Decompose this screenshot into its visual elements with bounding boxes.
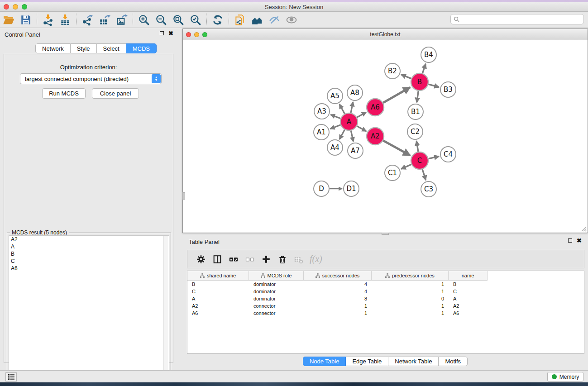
tab-node-table[interactable]: Node Table: [303, 357, 346, 366]
tab-network-table[interactable]: Network Table: [388, 357, 439, 366]
graph-node-C1[interactable]: C1: [385, 165, 400, 181]
graph-node-B4[interactable]: B4: [421, 47, 436, 62]
graph-edge-B-B1[interactable]: [417, 91, 418, 102]
close-panel-icon[interactable]: ✖: [577, 238, 582, 243]
search-field[interactable]: [450, 14, 584, 24]
table-cell[interactable]: connector: [249, 303, 304, 309]
divider-handle[interactable]: [182, 192, 185, 200]
zoom-in-button[interactable]: [135, 13, 153, 27]
graph-edge-A-A3[interactable]: [330, 114, 340, 118]
graph-node-B3[interactable]: B3: [440, 82, 456, 97]
show-column-button[interactable]: [209, 252, 225, 267]
search-input[interactable]: [459, 14, 583, 24]
graph-node-D[interactable]: D: [314, 181, 329, 196]
graph-node-A1[interactable]: A1: [314, 124, 329, 140]
scrollbar-track[interactable]: [163, 236, 168, 385]
graph-node-B[interactable]: B: [411, 73, 428, 91]
graph-node-A5[interactable]: A5: [327, 88, 343, 104]
table-row[interactable]: Bdominator41B: [187, 281, 584, 288]
network-snapshot-button[interactable]: [231, 13, 249, 27]
graph-edge-A-A7[interactable]: [351, 131, 353, 142]
mcds-result-item[interactable]: C: [9, 257, 169, 265]
float-panel-icon[interactable]: [568, 238, 572, 243]
tab-edge-table[interactable]: Edge Table: [346, 357, 388, 366]
apply-layout-button[interactable]: [209, 13, 226, 27]
node-table[interactable]: shared nameMCDS rolesuccessor nodesprede…: [187, 271, 584, 354]
table-cell[interactable]: B: [187, 281, 249, 287]
hide-selected-button[interactable]: [266, 13, 283, 27]
close-panel-button[interactable]: Close panel: [92, 88, 139, 99]
export-network-button[interactable]: [79, 13, 96, 27]
graph-node-B2[interactable]: B2: [385, 63, 400, 79]
delete-columns-button[interactable]: [274, 252, 291, 267]
table-cell[interactable]: 4: [304, 281, 372, 287]
network-window-titlebar[interactable]: testGlobe.txt: [183, 29, 588, 40]
table-cell[interactable]: A6: [449, 310, 488, 316]
column-header-0[interactable]: shared name: [187, 271, 249, 280]
column-header-3[interactable]: predecessor nodes: [372, 271, 449, 280]
open-button[interactable]: [0, 13, 17, 27]
mcds-result-item[interactable]: B: [9, 250, 169, 257]
graph-node-A6[interactable]: A6: [367, 99, 384, 116]
table-cell[interactable]: A: [187, 296, 249, 301]
table-cell[interactable]: 1: [304, 303, 372, 309]
graph-edge-B-B4[interactable]: [422, 64, 425, 73]
column-header-2[interactable]: successor nodes: [304, 271, 372, 280]
zoom-selected-button[interactable]: [187, 13, 204, 27]
table-row[interactable]: A2connector11A2: [187, 302, 584, 310]
graph-edge-B-B2[interactable]: [402, 75, 411, 79]
table-cell[interactable]: 4: [304, 289, 372, 294]
graph-edge-A6-B[interactable]: [383, 87, 410, 103]
table-cell[interactable]: 1: [372, 303, 449, 309]
table-row[interactable]: Cdominator41C: [187, 288, 584, 295]
graph-node-A[interactable]: A: [340, 113, 358, 130]
table-cell[interactable]: 1: [372, 310, 449, 316]
deselect-all-button[interactable]: [242, 252, 258, 267]
table-cell[interactable]: C: [187, 289, 249, 294]
resize-grip[interactable]: [581, 226, 587, 232]
graph-node-A8[interactable]: A8: [347, 85, 363, 100]
tab-style[interactable]: Style: [71, 43, 97, 53]
graph-edge-C-C4[interactable]: [429, 157, 439, 159]
graph-node-C4[interactable]: C4: [440, 147, 456, 162]
table-options-button[interactable]: [193, 252, 209, 267]
graph-node-A2[interactable]: A2: [367, 128, 384, 145]
table-cell[interactable]: 0: [372, 296, 449, 301]
graph-node-D1[interactable]: D1: [344, 181, 359, 196]
table-cell[interactable]: connector: [249, 310, 304, 316]
mcds-result-item[interactable]: A: [9, 243, 169, 250]
float-panel-icon[interactable]: [160, 31, 164, 35]
graph-edge-A-A6[interactable]: [357, 112, 366, 117]
graph-node-A3[interactable]: A3: [314, 104, 330, 119]
table-cell[interactable]: 1: [372, 289, 449, 294]
table-cell[interactable]: A2: [449, 303, 488, 309]
memory-button[interactable]: Memory: [547, 372, 583, 381]
graph-edge-A-A8[interactable]: [351, 102, 353, 113]
create-column-button[interactable]: [258, 252, 274, 267]
function-builder-button[interactable]: f(x): [307, 252, 322, 267]
graph-node-C3[interactable]: C3: [421, 181, 436, 197]
table-cell[interactable]: A: [449, 296, 488, 301]
table-cell[interactable]: C: [449, 289, 488, 294]
graph-edge-A-A2[interactable]: [357, 126, 366, 131]
mcds-result-item[interactable]: A6: [9, 265, 169, 272]
graph-edge-A-A4[interactable]: [339, 130, 344, 139]
select-all-button[interactable]: [225, 252, 242, 267]
mcds-result-item[interactable]: A2: [9, 236, 169, 243]
graph-node-B1[interactable]: B1: [408, 104, 423, 119]
graph-edge-A-A5[interactable]: [339, 104, 344, 114]
task-history-button[interactable]: [5, 372, 17, 381]
table-cell[interactable]: 1: [372, 281, 449, 287]
zoom-fit-button[interactable]: [170, 13, 187, 27]
graph-node-C2[interactable]: C2: [407, 124, 423, 139]
graph-node-A4[interactable]: A4: [327, 140, 343, 155]
mcds-result-list[interactable]: A2ABCA6: [9, 235, 169, 385]
run-mcds-button[interactable]: Run MCDS: [42, 88, 86, 99]
divider-handle[interactable]: [382, 233, 389, 235]
first-neighbors-button[interactable]: [249, 13, 266, 27]
close-panel-icon[interactable]: ✖: [168, 31, 173, 35]
graph-edge-A2-C[interactable]: [383, 141, 410, 156]
table-row[interactable]: Adominator80A: [187, 295, 584, 302]
table-cell[interactable]: dominator: [249, 289, 304, 294]
table-cell[interactable]: 8: [304, 296, 372, 301]
